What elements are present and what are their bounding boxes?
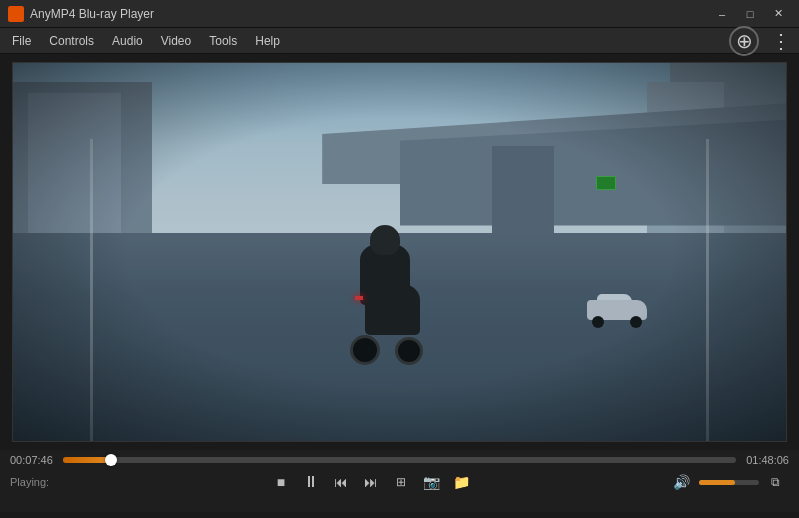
time-total: 01:48:06 xyxy=(744,454,789,466)
menu-audio[interactable]: Audio xyxy=(104,32,151,50)
seek-thumb xyxy=(105,454,117,466)
prev-frame-button[interactable]: ⏮ xyxy=(327,470,355,494)
pip-button[interactable]: ⧉ xyxy=(761,470,789,494)
seek-progress xyxy=(63,457,111,463)
building-left-2 xyxy=(28,93,121,237)
bridge-support-1 xyxy=(492,146,554,241)
moto-wheel-rear xyxy=(350,335,380,365)
background-car xyxy=(587,303,647,328)
playlist-button[interactable]: ⊞ xyxy=(387,470,415,494)
menu-file[interactable]: File xyxy=(4,32,39,50)
video-container[interactable] xyxy=(12,62,787,442)
menu-controls[interactable]: Controls xyxy=(41,32,102,50)
menu-bar: File Controls Audio Video Tools Help ⊕ ⋮ xyxy=(0,28,799,54)
title-bar: AnyMP4 Blu-ray Player – □ ✕ xyxy=(0,0,799,28)
menu-help[interactable]: Help xyxy=(247,32,288,50)
seek-bar[interactable] xyxy=(63,457,736,463)
bg-car-wheel-rear xyxy=(592,316,604,328)
playback-row: Playing: ■ ⏸ ⏮ ⏭ ⊞ 📷 📁 🔊 ⧉ xyxy=(10,470,789,494)
more-menu-button[interactable]: ⋮ xyxy=(767,30,795,52)
moto-helmet xyxy=(370,225,400,255)
controls-bar: 00:07:46 01:48:06 Playing: ■ ⏸ ⏮ ⏭ ⊞ 📷 📁… xyxy=(0,450,799,512)
moto-wheel-front xyxy=(395,337,423,365)
seek-row: 00:07:46 01:48:06 xyxy=(10,454,789,466)
screenshot-icon-button[interactable]: ⊕ xyxy=(729,26,759,56)
road-shoulder-left xyxy=(90,139,93,441)
moto-taillight xyxy=(355,296,363,300)
volume-slider[interactable] xyxy=(699,480,759,485)
bridge-support-2 xyxy=(593,131,639,207)
volume-area: 🔊 xyxy=(667,470,759,494)
snapshot-button[interactable]: 📷 xyxy=(417,470,445,494)
road-shoulder-right xyxy=(706,139,709,441)
folder-button[interactable]: 📁 xyxy=(447,470,475,494)
volume-button[interactable]: 🔊 xyxy=(667,470,695,494)
menu-right-icons: ⊕ ⋮ xyxy=(729,26,795,56)
time-current: 00:07:46 xyxy=(10,454,55,466)
status-text: Playing: xyxy=(10,476,75,488)
video-frame xyxy=(13,63,786,441)
app-icon xyxy=(8,6,24,22)
close-button[interactable]: ✕ xyxy=(765,5,791,23)
window-controls: – □ ✕ xyxy=(709,5,791,23)
stop-button[interactable]: ■ xyxy=(267,470,295,494)
volume-level xyxy=(699,480,735,485)
title-text: AnyMP4 Blu-ray Player xyxy=(30,7,709,21)
next-frame-button[interactable]: ⏭ xyxy=(357,470,385,494)
motorcycle xyxy=(345,245,435,365)
minimize-button[interactable]: – xyxy=(709,5,735,23)
bg-car-wheel-front xyxy=(630,316,642,328)
menu-video[interactable]: Video xyxy=(153,32,199,50)
pause-button[interactable]: ⏸ xyxy=(297,470,325,494)
highway-sign xyxy=(596,176,616,190)
menu-tools[interactable]: Tools xyxy=(201,32,245,50)
maximize-button[interactable]: □ xyxy=(737,5,763,23)
